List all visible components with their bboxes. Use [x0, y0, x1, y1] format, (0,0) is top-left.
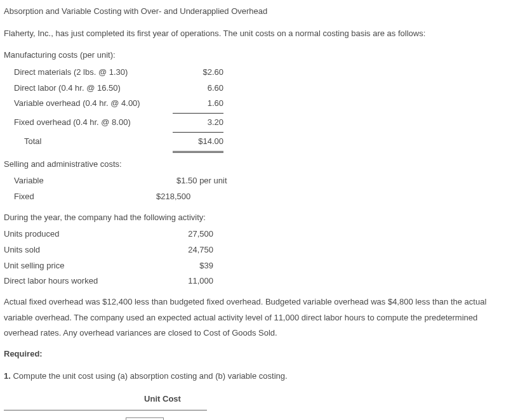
page-title: Absorption and Variable Costing with Ove… — [4, 4, 514, 20]
sa-var-value: $1.50 per unit — [173, 173, 274, 189]
sa-var-row: Variable $1.50 per unit — [4, 173, 514, 189]
dm-value: $2.60 — [173, 65, 223, 81]
fo-value: 3.20 — [173, 113, 223, 131]
units-sold-row: Units sold 24,750 — [4, 242, 514, 258]
overhead-paragraph: Actual fixed overhead was $12,400 less t… — [4, 294, 514, 341]
units-produced-row: Units produced 27,500 — [4, 226, 514, 242]
units-produced-label: Units produced — [4, 226, 163, 242]
units-produced-value: 27,500 — [163, 226, 213, 242]
units-sold-value: 24,750 — [163, 242, 213, 258]
required-heading: Required: — [4, 346, 514, 362]
req1-text: Compute the unit cost using (a) absorpti… — [13, 371, 287, 381]
mfg-costs-heading: Manufacturing costs (per unit): — [4, 48, 514, 63]
dl-row: Direct labor (0.4 hr. @ 16.50) 6.60 — [4, 81, 514, 96]
dm-label: Direct materials (2 lbs. @ 1.30) — [14, 65, 173, 81]
units-sold-label: Units sold — [4, 242, 163, 258]
total-label: Total — [24, 134, 173, 150]
activity-heading: During the year, the company had the fol… — [4, 210, 514, 226]
sa-fix-row: Fixed $218,500 — [4, 189, 514, 205]
fo-row: Fixed overhead (0.4 hr. @ 8.00) 3.20 — [4, 112, 514, 131]
sa-fix-value: $218,500 — [152, 189, 254, 205]
total-value: $14.00 — [173, 132, 223, 153]
unit-selling-price-value: $39 — [163, 258, 213, 274]
vo-value: 1.60 — [173, 96, 223, 112]
fo-label: Fixed overhead (0.4 hr. @ 8.00) — [14, 115, 173, 131]
dlh-label: Direct labor hours worked — [4, 273, 163, 289]
sa-fix-label: Fixed — [14, 189, 152, 205]
dlh-row: Direct labor hours worked 11,000 — [4, 273, 514, 289]
unit-selling-price-row: Unit selling price $39 — [4, 258, 514, 274]
dollar-sign: $ — [118, 417, 124, 420]
vo-row: Variable overhead (0.4 hr. @ 4.00) 1.60 — [4, 96, 514, 112]
absorption-label: Absorption costing — [4, 417, 118, 420]
absorption-row: Absorption costing $ — [4, 417, 207, 420]
unit-selling-price-label: Unit selling price — [4, 258, 163, 274]
sa-var-label: Variable — [14, 173, 173, 189]
requirement-1: 1. Compute the unit cost using (a) absor… — [4, 369, 514, 384]
dl-label: Direct labor (0.4 hr. @ 16.50) — [14, 81, 173, 96]
total-row: Total $14.00 — [4, 131, 514, 153]
answer-header-row: Unit Cost — [4, 391, 207, 410]
dlh-value: 11,000 — [163, 273, 213, 289]
answer-header-empty — [4, 391, 118, 410]
dl-value: 6.60 — [173, 81, 223, 96]
answer-table: Unit Cost Absorption costing $ Variable … — [4, 391, 514, 420]
unit-cost-header: Unit Cost — [118, 391, 207, 410]
vo-label: Variable overhead (0.4 hr. @ 4.00) — [14, 96, 173, 112]
intro-text: Flaherty, Inc., has just completed its f… — [4, 26, 514, 42]
absorption-cost-input[interactable] — [126, 417, 164, 420]
sa-costs-heading: Selling and administrative costs: — [4, 157, 514, 173]
dm-row: Direct materials (2 lbs. @ 1.30) $2.60 — [4, 65, 514, 81]
req1-number: 1. — [4, 371, 11, 381]
